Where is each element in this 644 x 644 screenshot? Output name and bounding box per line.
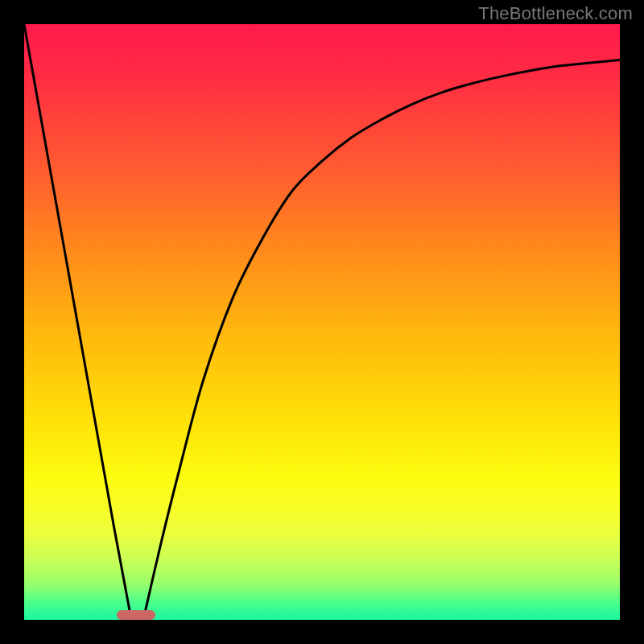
chart-frame: TheBottleneck.com xyxy=(0,0,644,644)
plot-area xyxy=(24,24,620,620)
left-slope-line xyxy=(24,24,131,620)
curve-svg xyxy=(24,24,620,620)
right-curve-line xyxy=(143,60,620,620)
watermark-text: TheBottleneck.com xyxy=(478,3,633,24)
bottleneck-marker xyxy=(117,610,155,620)
